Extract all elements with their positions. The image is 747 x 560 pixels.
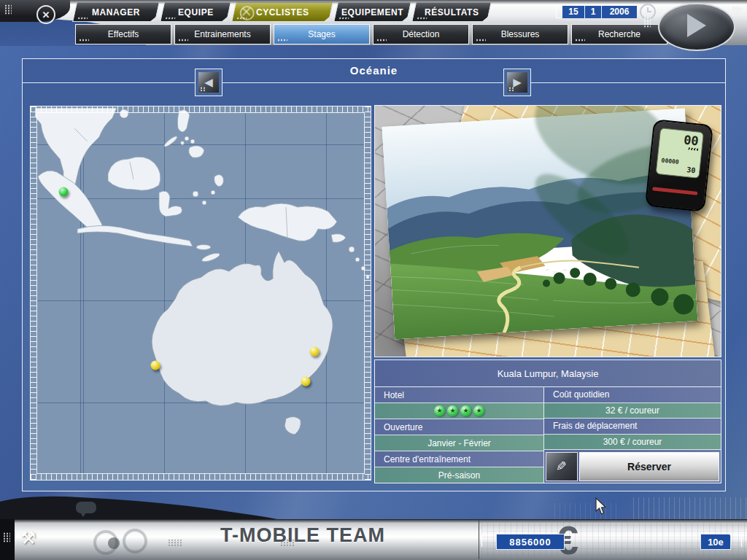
subtab-detection[interactable]: Détection [373,24,469,44]
lcd-speed: 30 [686,166,696,174]
subtab-label: Stages [308,29,335,39]
map-marker-camp-yellow[interactable] [301,377,311,386]
date-month[interactable]: 1 [585,6,602,18]
tab-label: RÉSULTATS [425,7,479,18]
subtab-label: Blessures [501,29,540,39]
bike-silhouette [123,529,147,553]
map-marker-selected-green[interactable] [59,187,69,197]
dots-ornament [508,87,514,91]
close-button[interactable]: ✕ [36,5,55,24]
ranking-bracket [729,534,742,547]
subtab-stages[interactable]: Stages [274,24,370,44]
subtab-label: Entrainements [194,29,250,39]
play-icon [687,14,706,37]
topbar-left-cap: ✕ [0,0,70,22]
location-info-panel: Kuala Lumpur, Malaysie Hotel ★★★★ Ouvert… [374,359,721,483]
tab-manager[interactable]: MANAGER [72,2,160,22]
location-name: Kuala Lumpur, Malaysie [375,360,721,387]
mouse-cursor [594,497,608,516]
tab-label: EQUIPE [178,7,214,18]
subtab-effectifs[interactable]: Effectifs [75,24,171,44]
hotel-label: Hotel [375,387,543,403]
fast-forward-icon[interactable]: ▶▶ [733,4,741,12]
continue-play-button[interactable] [658,3,735,51]
subtab-label: Détection [403,29,440,39]
bg-grid-texture [633,497,747,519]
budget-bracket [481,534,495,547]
training-center-label: Centre d'entraînement [375,451,543,467]
dots-ornament [77,17,88,20]
hotel-star-icon: ★ [447,405,458,416]
reserve-button[interactable]: Réserver [579,452,719,481]
date-year[interactable]: 2006 [602,6,637,18]
previous-region-button[interactable]: ◀ [195,69,222,96]
lcd-value: 00 [683,133,699,149]
bar-divider [479,520,479,559]
info-left-column: Hotel ★★★★ Ouverture Janvier - Février C… [375,387,544,483]
ranking-display: 10e [700,534,731,550]
map-marker-camp-yellow[interactable] [151,361,160,370]
lcd-odometer: 00000 [661,157,679,165]
tab-cyclistes[interactable]: CYCLISTES [231,2,333,22]
info-right-column: Coût quotidien 32 € / coureur Frais de d… [544,387,721,483]
world-map[interactable] [30,106,371,481]
close-icon: ✕ [42,9,50,20]
dots-ornament [200,87,206,91]
footer-swoosh [0,494,277,519]
hotel-star-icon: ★ [434,405,445,416]
main-navigation: MANAGER EQUIPE CYCLISTES EQUIPEMENT RÉSU… [74,2,489,22]
date-day[interactable]: 15 [562,6,585,18]
bike-silhouette [108,537,120,549]
date-bracket [556,5,561,18]
team-name: T-MOBILE TEAM [208,524,398,547]
reserve-row: ✎ Réserver [544,450,721,483]
photo-art [382,109,697,340]
hotel-stars: ★★★★ [434,405,484,416]
location-photo-collage: 00 00000 30 [374,105,721,357]
stages-panel: Océanie ◀ ▶ [22,58,726,491]
budget-display: 8856000 [496,534,565,550]
subtab-entrainements[interactable]: Entrainements [174,24,271,44]
daily-cost-value: 32 € / coureur [544,403,721,419]
dots-ornament [3,532,10,542]
dots-ornament [338,17,349,20]
tab-equipe[interactable]: EQUIPE [160,2,231,22]
subtab-recherche[interactable]: Recherche [571,24,667,44]
training-center-value: Pré-saison [375,467,543,483]
edit-booking-button[interactable]: ✎ [546,452,578,481]
region-titlebar: Océanie [23,59,725,83]
daily-cost-label: Coût quotidien [544,387,721,403]
lcd-bars [688,147,698,150]
tab-resultats[interactable]: RÉSULTATS [411,2,492,22]
dots-ornament [277,39,287,42]
map-marker-camp-yellow[interactable] [310,347,320,357]
travel-cost-label: Frais de déplacement [544,419,721,435]
date-display: 15 1 2006 [556,4,656,20]
bike-computer-brand-stripe [652,187,697,195]
opening-label: Ouverture [375,419,543,435]
tab-label: EQUIPEMENT [341,7,403,18]
dots-ornament [476,39,486,42]
tab-label: CYCLISTES [256,7,309,18]
hotel-rating-row: ★★★★ [375,403,543,419]
travel-cost-value: 300 € / coureur [544,435,721,451]
region-title: Océanie [23,59,725,82]
subtab-label: Recherche [598,29,640,39]
chat-bubble-icon[interactable] [76,502,96,513]
dots-ornament [236,17,247,20]
location-photo [382,109,697,340]
dots-ornament [417,17,427,20]
dots-ornament [165,17,176,20]
subtab-blessures[interactable]: Blessures [472,24,568,44]
tab-equipement[interactable]: EQUIPEMENT [333,2,411,22]
tools-icon[interactable]: ⚒ [20,528,36,548]
opening-value: Janvier - Février [375,435,543,451]
hotel-star-icon: ★ [460,405,471,416]
next-region-button[interactable]: ▶ [503,69,531,96]
pencil-icon: ✎ [556,459,567,475]
hotel-star-icon: ★ [473,405,484,416]
top-toolbar: ✕ MANAGER EQUIPE CYCLISTES EQUIPEMENT RÉ… [0,0,747,45]
subtab-label: Effectifs [108,29,139,39]
bike-computer: 00 00000 30 [645,119,713,212]
dots-ornament [575,39,585,42]
